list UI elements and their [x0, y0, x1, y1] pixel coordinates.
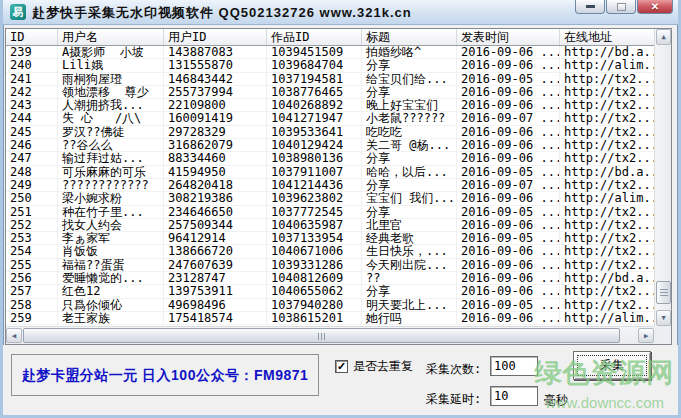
scroll-up-icon[interactable]: ▲ — [656, 29, 671, 45]
table-cell: 239 — [6, 46, 58, 59]
table-cell: 分享 — [362, 285, 457, 298]
table-cell: 2016-09-06 ... — [457, 46, 560, 59]
window-title: 赴梦快手采集无水印视频软件 QQ502132726 www.321k.cn — [32, 0, 412, 25]
table-cell: 2016-09-06 ... — [457, 59, 560, 72]
table-row[interactable]: 242领地漂移 尊少2557379941038776465分享2016-09-0… — [6, 86, 654, 99]
horizontal-scrollbar[interactable]: ◀ ▶ — [6, 326, 654, 344]
table-cell: 输过拜过姑... — [58, 152, 164, 165]
column-header-2[interactable]: 用户名 — [58, 29, 164, 46]
table-cell: 234646650 — [164, 206, 267, 219]
table-cell: 1038615201 — [267, 312, 362, 325]
table-cell: http://bd.a... — [560, 46, 654, 59]
table-row[interactable]: 245罗汉??佛徒297283291039533641吃吃吃2016-09-06… — [6, 126, 654, 139]
table-cell: 1037940280 — [267, 299, 362, 312]
table-cell: 23128747 — [164, 272, 267, 285]
table-row[interactable]: 253李ぁ家军964129141037133954经典老歌2016-09-05 … — [6, 232, 654, 245]
table-cell: 可乐麻麻的可乐 — [58, 166, 164, 179]
horizontal-scroll-thumb[interactable] — [23, 328, 620, 343]
table-cell: http://alim... — [560, 192, 654, 205]
table-cell: 1040812609 — [267, 272, 362, 285]
table-cell: 雨桐狗屋璒 — [58, 73, 164, 86]
table-cell: 248 — [6, 166, 58, 179]
column-header-4[interactable]: 作品ID — [267, 29, 362, 46]
table-row[interactable]: 254肖饭饭1386667201040671006生日快乐，...2016-09… — [6, 245, 654, 258]
collect-times-label: 采集次数: — [426, 361, 481, 378]
table-row[interactable]: 251种在竹子里...2346466501037772545分享2016-09-… — [6, 206, 654, 219]
table-cell: 种在竹子里... — [58, 206, 164, 219]
scroll-down-icon[interactable]: ▼ — [656, 310, 671, 326]
minimize-icon — [586, 5, 595, 8]
close-button[interactable]: ✕ — [637, 0, 673, 14]
scrollbar-corner — [654, 326, 671, 344]
table-cell: 242 — [6, 86, 58, 99]
table-cell: http://alim... — [560, 59, 654, 72]
table-cell: 245 — [6, 126, 58, 139]
table-cell: ??谷么么 — [58, 139, 164, 152]
table-row[interactable]: 258只爲伱倾伈496984961037940280明天要北上...2016-0… — [6, 299, 654, 312]
table-row[interactable]: 247输过拜过姑...883344601038980136分享2016-09-0… — [6, 152, 654, 165]
table-row[interactable]: 243人潮拥挤我...221098001040268892晚上好宝宝们2016-… — [6, 99, 654, 112]
table-cell: 领地漂移 尊少 — [58, 86, 164, 99]
table-cell: 1041271947 — [267, 112, 362, 125]
collect-delay-input[interactable] — [490, 386, 538, 406]
promo-box: 赴梦卡盟分站一元 日入100公众号：FM9871 — [11, 354, 319, 396]
table-cell: 爱睡懒觉的... — [58, 272, 164, 285]
collect-times-input[interactable] — [490, 356, 538, 376]
table-cell: 生日快乐，... — [362, 245, 457, 258]
table-cell: 1039684704 — [267, 59, 362, 72]
column-header-3[interactable]: 用户ID — [164, 29, 267, 46]
bottom-panel: 赴梦卡盟分站一元 日入100公众号：FM9871 ✓ 是否去重复 采集次数: 采… — [3, 345, 678, 415]
table-cell: 1039331286 — [267, 259, 362, 272]
scroll-left-icon[interactable]: ◀ — [6, 328, 22, 343]
table-row[interactable]: 246??谷么么3168620791040129424关二哥 @杨...2016… — [6, 139, 654, 152]
column-header-7[interactable]: 在线地址 — [560, 29, 654, 46]
table-row[interactable]: 240Lili娥1315558701039684704分享2016-09-06 … — [6, 59, 654, 72]
table-cell: 2016-09-06 ... — [457, 245, 560, 258]
table-row[interactable]: 250梁小婉求粉3082193861039623802宝宝们 我们...2016… — [6, 192, 654, 205]
table-cell: 晚上好宝宝们 — [362, 99, 457, 112]
vertical-scroll-thumb[interactable] — [656, 281, 671, 304]
table-cell: 小老鼠?????? — [362, 112, 457, 125]
table-row[interactable]: 255福福??蛋蛋2476076391039331286今天刚出院...2016… — [6, 259, 654, 272]
collect-button[interactable]: 采集 — [573, 351, 651, 380]
table-cell: 福福??蛋蛋 — [58, 259, 164, 272]
scroll-right-icon[interactable]: ▶ — [638, 328, 654, 343]
table-cell: 今天刚出院... — [362, 259, 457, 272]
table-row[interactable]: 252找女人约会2575093441040635987北里官2016-09-06… — [6, 219, 654, 232]
table-cell: 251 — [6, 206, 58, 219]
table-row[interactable]: 257红色121397539111040655062分享2016-09-06 .… — [6, 285, 654, 298]
maximize-button[interactable] — [606, 0, 636, 14]
dedupe-checkbox[interactable]: ✓ 是否去重复 — [335, 358, 413, 375]
table-cell: 李ぁ家军 — [58, 232, 164, 245]
table-cell: ?? — [362, 272, 457, 285]
table-row[interactable]: 239A摄影师 小坡1438870831039451509拍婚纱咯^2016-0… — [6, 46, 654, 59]
collect-button-label: 采集 — [577, 355, 647, 376]
table-cell: http://tx2.... — [560, 259, 654, 272]
table-row[interactable]: 259老王家族1754185741038615201她行吗2016-09-06 … — [6, 312, 654, 325]
table-cell: 258 — [6, 299, 58, 312]
table-cell: 分享 — [362, 179, 457, 192]
minimize-button[interactable] — [575, 0, 605, 14]
table-cell: 1039623802 — [267, 192, 362, 205]
table-row[interactable]: 248可乐麻麻的可乐415949501037911007哈哈，以后...2016… — [6, 166, 654, 179]
table-cell: 人潮拥挤我... — [58, 99, 164, 112]
vertical-scrollbar[interactable]: ▲ ▼ — [654, 29, 671, 326]
column-header-1[interactable]: ID — [6, 29, 58, 46]
table-cell: 梁小婉求粉 — [58, 192, 164, 205]
table-row[interactable]: 256爱睡懒觉的...231287471040812609??2016-09-0… — [6, 272, 654, 285]
table-row[interactable]: 249????????????2648204181041214436分享2016… — [6, 179, 654, 192]
table-cell: 1037133954 — [267, 232, 362, 245]
table-cell: 2016-09-06 ... — [457, 86, 560, 99]
table-cell: http://tx2.... — [560, 206, 654, 219]
table-row[interactable]: 244失 心 /八\1600914191041271947小老鼠??????20… — [6, 112, 654, 125]
table-cell: 2016-09-06 ... — [457, 152, 560, 165]
column-header-5[interactable]: 标题 — [362, 29, 457, 46]
table-cell: 1040655062 — [267, 285, 362, 298]
column-header-6[interactable]: 发表时间 — [457, 29, 560, 46]
table-cell: 2016-09-05 ... — [457, 232, 560, 245]
table-cell: http://tx2.... — [560, 86, 654, 99]
table-cell: 49698496 — [164, 299, 267, 312]
table-row[interactable]: 241雨桐狗屋璒1468434421037194581给宝贝们给...2016-… — [6, 73, 654, 86]
window-controls: ✕ — [574, 0, 673, 14]
table-cell: 131555870 — [164, 59, 267, 72]
